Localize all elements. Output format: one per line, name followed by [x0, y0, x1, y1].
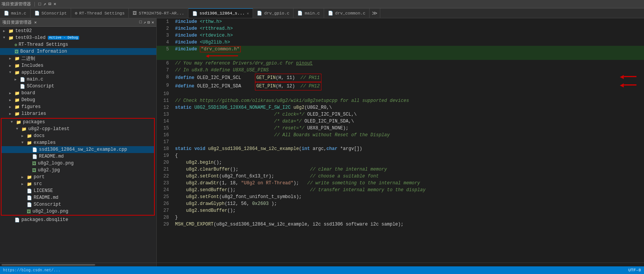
sidebar-item-label: 二进制: [21, 55, 35, 62]
sidebar-item-src[interactable]: ▶ 📁 src: [2, 181, 154, 187]
sidebar-item-libraries[interactable]: ▶ 📁 libraries: [0, 110, 156, 117]
sidebar-item-docs[interactable]: ▶ 📁 docs: [2, 132, 154, 139]
file-icon: 📄: [27, 189, 32, 193]
sidebar-item-figures[interactable]: ▶ 📁 figures: [0, 103, 156, 110]
line-number: 15: [157, 125, 172, 132]
tab-main-c[interactable]: 📄 main.c: [0, 8, 31, 18]
line-content: // All Boards without Reset of the Displ…: [172, 132, 390, 139]
packages-red-box: ▼ 📁 packages ▼ 📁 u8g2-cpp-latest ▶ 📁 do: [1, 118, 155, 216]
line-number: 13: [157, 111, 172, 118]
sidebar-item-debug[interactable]: ▶ 📁 Debug: [0, 97, 156, 103]
folder-icon: 📁: [16, 120, 21, 125]
code-content[interactable]: 1 #include <rthw.h> 2 #include <rtthread…: [157, 18, 644, 263]
code-line-3: 3 #include <rtdevice.h>: [157, 32, 644, 39]
sidebar-icon-close[interactable]: ✕: [151, 20, 154, 25]
code-scrollbar[interactable]: [157, 263, 644, 266]
tab-stm32-icon: 🖼: [133, 11, 137, 16]
sidebar-header-icons: □ ↗ ⊟ ✕: [140, 20, 154, 25]
sidebar-item-board[interactable]: ▶ 📁 board: [0, 90, 156, 97]
sidebar-item-port[interactable]: ▶ 📁 port: [2, 174, 154, 181]
tab-more[interactable]: ≫: [370, 8, 380, 18]
toolbar-icon-arrow[interactable]: ↗: [43, 1, 46, 7]
sidebar: 项目资源管理器 ✕ □ ↗ ⊟ ✕ ▶ 📁 test02 ▼ 📁 test03: [0, 18, 157, 266]
sidebar-scrollbar[interactable]: [0, 263, 156, 266]
sidebar-item-label: figures: [21, 104, 41, 110]
sidebar-item-includes[interactable]: ▶ 📁 Includes: [0, 62, 156, 69]
sidebar-item-packages-dbsqlite[interactable]: 📄 packages.dbsqlite: [0, 216, 156, 223]
sidebar-item-u8g2-logo2[interactable]: 🖼 u8g2_logo.png: [2, 208, 154, 215]
code-line-17: 17: [157, 139, 644, 145]
tab-ssd1306[interactable]: 📄 ssd1306_12864_s... ✕: [188, 8, 253, 18]
sidebar-item-sconstruct2[interactable]: 📄 SConscript: [2, 201, 154, 208]
sidebar-item-label: README.md: [34, 195, 58, 200]
sidebar-item-examples[interactable]: ▼ 📁 examples: [2, 139, 154, 146]
tab-sconstruct-label: SConscript: [42, 11, 67, 16]
line-number: 17: [157, 139, 172, 145]
line-number: 23: [157, 180, 172, 187]
status-url: https://blog.csdn.net/...: [3, 268, 60, 272]
sidebar-item-license[interactable]: 📄 LICENSE: [2, 187, 154, 194]
line-content: static U8G2_SSD1306_128X64_NONAME_F_SW_I…: [172, 104, 332, 111]
sidebar-item-binary[interactable]: ▶ 📁 二进制: [0, 55, 156, 62]
sidebar-item-test03[interactable]: ▼ 📁 test03-oled Active - Debug: [0, 34, 156, 41]
code-line-6: 6 // You may reference Drivers/drv_gpio.…: [157, 60, 644, 67]
code-line-12: 12 static U8G2_SSD1306_128X64_NONAME_F_S…: [157, 104, 644, 111]
tab-sconstruct[interactable]: 📄 SConscript: [31, 8, 71, 18]
folder-icon: 📁: [27, 175, 32, 180]
sidebar-item-u8g2[interactable]: ▼ 📁 u8g2-cpp-latest: [2, 126, 154, 132]
sidebar-item-main-c[interactable]: ▶ 📄 main.c: [0, 76, 156, 83]
line-content: u8g2.sendBuffer(); // transfer internal …: [172, 187, 425, 193]
tab-stm32[interactable]: 🖼 STM32H750-RT-AR...: [129, 8, 188, 18]
arrow-icon: ▶: [15, 77, 20, 82]
toolbar-icon-collapse[interactable]: ⊟: [49, 1, 51, 7]
tab-drv-gpio-icon: 📄: [257, 11, 262, 16]
sidebar-item-u8g2-logo[interactable]: 🖼 u8g2_logo.png: [2, 160, 154, 167]
code-line-4: 4 #include <U8g2lib.h>: [157, 39, 644, 46]
sidebar-item-u8g2-jpg[interactable]: 🖼 u8g2.jpg: [2, 167, 154, 174]
tab-main-c2[interactable]: 📄 main.c: [294, 8, 324, 18]
line-content: // Check https://github.com/olikraus/u8g…: [172, 97, 409, 104]
tab-drv-common[interactable]: 📄 drv_common.c: [324, 8, 370, 18]
sidebar-item-board-info[interactable]: 🖼 Board Information: [0, 48, 156, 55]
sidebar-item-label: Debug: [21, 97, 35, 103]
sidebar-icon-3[interactable]: ⊟: [148, 20, 150, 25]
code-line-5: 5 #include "drv_common.h" ◄━━━━━━━━━: [157, 46, 644, 60]
line-content: #include "drv_common.h" ◄━━━━━━━━━: [172, 46, 241, 60]
tab-stm32-label: STM32H750-RT-AR...: [139, 11, 184, 16]
sidebar-icon-1[interactable]: □: [140, 20, 142, 25]
folder-icon: 📁: [15, 56, 20, 61]
toolbar-icon-close[interactable]: ✕: [54, 1, 56, 7]
sidebar-item-sconstruct[interactable]: 📄 SConscript: [0, 83, 156, 90]
arrow-icon: ▶: [9, 105, 15, 109]
tab-rt-thread-label: RT-Thread Settings: [79, 11, 125, 16]
sidebar-item-label: port: [34, 174, 45, 180]
sidebar-item-label: src: [34, 181, 42, 187]
sidebar-item-rt-thread-settings[interactable]: ⚙ RT-Thread Settings: [0, 41, 156, 48]
sidebar-item-label: RT-Thread Settings: [19, 42, 68, 47]
sidebar-item-label: applications: [21, 70, 54, 75]
tab-drv-gpio[interactable]: 📄 drv_gpio.c: [253, 8, 294, 18]
toolbar-separator: |: [33, 2, 36, 7]
toolbar-icon-minimize[interactable]: □: [38, 2, 41, 7]
line-number: 14: [157, 118, 172, 125]
code-line-27: 27 u8g2.sendBuffer();: [157, 207, 644, 214]
folder-icon: 📁: [27, 140, 32, 145]
tab-rt-thread[interactable]: ⚙ RT-Thread Settings: [71, 8, 129, 18]
sidebar-icon-2[interactable]: ↗: [143, 20, 146, 25]
line-number: 11: [157, 97, 172, 104]
line-content: /* reset=*/ U8X8_PIN_NONE);: [172, 125, 349, 132]
tab-ssd1306-close[interactable]: ✕: [247, 11, 249, 16]
sidebar-item-applications[interactable]: ▼ 📁 applications: [0, 69, 156, 76]
sidebar-item-ssd1306-file[interactable]: 📄 ssd1306_12864_sw_i2c_example.cpp: [2, 146, 154, 153]
sidebar-item-test02[interactable]: ▶ 📁 test02: [0, 27, 156, 34]
sidebar-item-readme2[interactable]: 📄 README.md: [2, 194, 154, 201]
line-content: #include <rthw.h>: [172, 18, 222, 25]
code-line-11: 11 // Check https://github.com/olikraus/…: [157, 97, 644, 104]
line-content: // In u8x8.h #define U8X8_USE_PINS: [172, 67, 269, 74]
sidebar-item-packages[interactable]: ▼ 📁 packages: [2, 119, 154, 126]
line-content: u8g2.drawStr(1, 18, "U8g2 on RT-Thread")…: [172, 180, 420, 187]
file-icon: 📄: [27, 202, 32, 207]
folder-icon: 📁: [27, 134, 32, 139]
code-line-18: 18 static void u8g2_ssd1306_12864_sw_i2c…: [157, 145, 644, 152]
sidebar-item-readme[interactable]: 📄 README.md: [2, 153, 154, 160]
